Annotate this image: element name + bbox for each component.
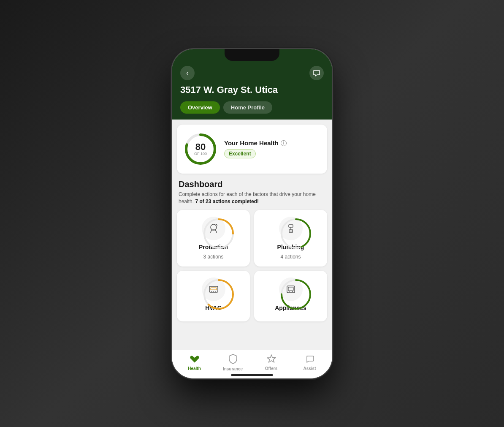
- tab-home-profile[interactable]: Home Profile: [223, 101, 272, 114]
- actions-completed: 7 of 23 actions completed!: [195, 199, 259, 204]
- content-area: 80 OF 100 Your Home Health i Excellent: [172, 120, 332, 359]
- nav-assist-label: Assist: [303, 366, 316, 371]
- card-plumbing[interactable]: Plumbing 4 actions: [254, 210, 327, 267]
- home-indicator: [231, 374, 273, 376]
- nav-health-label: Health: [188, 366, 201, 371]
- appliances-icon-circle: [279, 277, 303, 301]
- nav-insurance-label: Insurance: [223, 367, 243, 371]
- header-top-row: ‹: [180, 66, 324, 80]
- health-icon: [190, 354, 200, 365]
- card-hvac[interactable]: HVAC: [177, 271, 250, 321]
- protection-actions: 3 actions: [203, 254, 223, 260]
- notch: [225, 49, 279, 61]
- health-score-card: 80 OF 100 Your Home Health i Excellent: [177, 125, 327, 174]
- plumbing-actions: 4 actions: [280, 254, 301, 260]
- score-value: 80: [194, 142, 207, 152]
- insurance-icon: [228, 354, 238, 365]
- dashboard-title: Dashboard: [179, 180, 325, 189]
- excellent-badge: Excellent: [224, 149, 256, 158]
- score-of: OF 100: [194, 152, 207, 156]
- info-icon[interactable]: i: [281, 140, 287, 146]
- dashboard-desc: Complete actions for each of the factors…: [179, 191, 325, 205]
- protection-icon-circle: [202, 217, 225, 240]
- ring-text: 80 OF 100: [194, 142, 207, 156]
- health-title: Your Home Health i: [224, 139, 320, 147]
- dashboard-grid: Protection 3 actions: [177, 210, 327, 321]
- health-info: Your Home Health i Excellent: [224, 139, 320, 158]
- back-button[interactable]: ‹: [180, 66, 195, 80]
- nav-offers[interactable]: Offers: [252, 354, 290, 371]
- nav-insurance[interactable]: Insurance: [214, 354, 252, 371]
- scene: ‹ 3517 W. Gray St. Utica Overview Home P…: [0, 0, 504, 427]
- health-ring: 80 OF 100: [184, 132, 217, 166]
- plumbing-icon-circle: [279, 217, 303, 240]
- nav-assist[interactable]: Assist: [290, 354, 329, 371]
- dashboard-section: Dashboard Complete actions for each of t…: [177, 180, 327, 205]
- nav-health[interactable]: Health: [175, 354, 214, 371]
- hvac-icon-circle: [202, 277, 225, 301]
- chat-button[interactable]: [309, 66, 324, 80]
- screen: ‹ 3517 W. Gray St. Utica Overview Home P…: [172, 49, 332, 378]
- card-protection[interactable]: Protection 3 actions: [177, 210, 250, 267]
- offers-icon: [267, 354, 276, 365]
- assist-icon: [305, 354, 314, 365]
- tab-overview[interactable]: Overview: [180, 101, 220, 114]
- phone-wrapper: ‹ 3517 W. Gray St. Utica Overview Home P…: [172, 49, 332, 378]
- phone-frame: ‹ 3517 W. Gray St. Utica Overview Home P…: [172, 49, 332, 378]
- nav-offers-label: Offers: [265, 366, 277, 371]
- tabs-row: Overview Home Profile: [180, 101, 324, 120]
- card-appliances[interactable]: Appliances: [254, 271, 327, 321]
- address-title: 3517 W. Gray St. Utica: [180, 84, 324, 95]
